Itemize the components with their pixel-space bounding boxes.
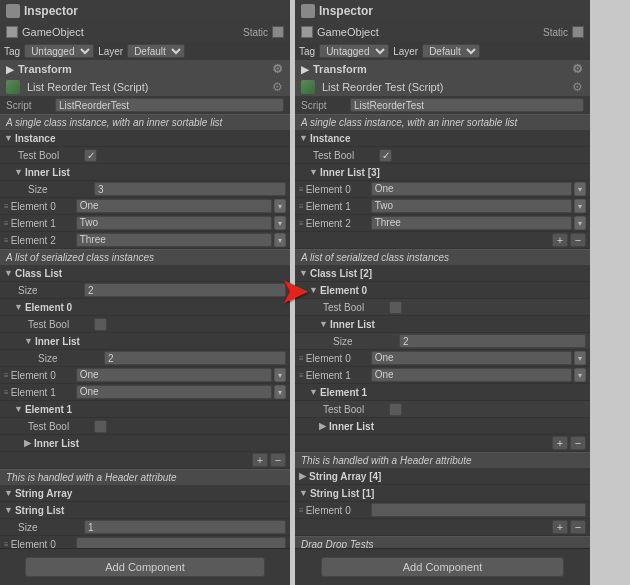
left-testbool-row: Test Bool [0, 147, 290, 164]
left-gameobject-row: GameObject Static [0, 22, 290, 42]
right-class-elem1-foldout[interactable]: ▼ Element 1 [295, 384, 590, 401]
right-class-elem1-innerlist-arrow: ▶ [319, 421, 327, 431]
left-gear-icon[interactable]: ⚙ [270, 62, 284, 76]
right-tag-dropdown[interactable]: Untagged [319, 44, 389, 58]
left-class-elem1-testbool-check[interactable] [94, 420, 107, 433]
left-class-elem0-testbool-check[interactable] [94, 318, 107, 331]
left-inspector-title: Inspector [24, 4, 78, 18]
right-innerlist-remove-btn[interactable]: − [570, 233, 586, 247]
left-stringlist-foldout[interactable]: ▼ String List [0, 502, 290, 519]
right-class-elem0-innerlist-foldout[interactable]: ▼ Inner List [295, 316, 590, 333]
right-class-elem0-inner0-handle: ≡ [299, 354, 303, 363]
right-classlist-foldout[interactable]: ▼ Class List [2] [295, 265, 590, 282]
right-instance-foldout[interactable]: ▼ Instance [295, 130, 590, 147]
left-size-value[interactable] [94, 182, 286, 196]
right-testbool-checkbox[interactable] [379, 149, 392, 162]
left-class-elem1-arrow: ▼ [14, 404, 23, 414]
right-classlist-remove-btn[interactable]: − [570, 436, 586, 450]
left-inspector-panel: Inspector GameObject Static Tag Untagged… [0, 0, 290, 585]
left-instance-foldout[interactable]: ▼ Instance [0, 130, 290, 147]
left-classlist-remove-btn[interactable]: − [270, 453, 286, 467]
right-stringlist-elem0-value[interactable] [371, 503, 586, 517]
right-elem1-right[interactable]: ▾ [574, 199, 586, 213]
right-elem0-right[interactable]: ▾ [574, 182, 586, 196]
right-script-row: Script ListReorderTest [295, 96, 590, 114]
left-class-elem1-foldout[interactable]: ▼ Element 1 [0, 401, 290, 418]
right-static-checkbox[interactable] [572, 26, 584, 38]
left-class-elem0-inner1-right[interactable]: ▾ [274, 385, 286, 399]
left-class-elem0-inner0-row: ≡ Element 0 One ▾ [0, 367, 290, 384]
left-stringlist-elem0-row: ≡ Element 0 [0, 536, 290, 548]
left-stringlist-size-label: Size [14, 522, 84, 533]
left-class-elem0-innersize-value[interactable] [104, 351, 286, 365]
left-desc1: A single class instance, with an inner s… [0, 114, 290, 130]
right-class-elem0-inner1-right[interactable]: ▾ [574, 368, 586, 382]
left-tag-label: Tag [4, 46, 20, 57]
right-layer-dropdown[interactable]: Default [422, 44, 480, 58]
right-bottom-bar: Add Component [295, 548, 590, 585]
left-elem2-label: Element 2 [11, 235, 76, 246]
left-classlist-foldout[interactable]: ▼ Class List [0, 265, 290, 282]
right-elem2-right[interactable]: ▾ [574, 216, 586, 230]
right-class-elem1-innerlist-foldout[interactable]: ▶ Inner List [295, 418, 590, 435]
right-inspector-icon [301, 4, 315, 18]
left-elem2-right[interactable]: ▾ [274, 233, 286, 247]
left-stringlist-elem0-label: Element 0 [11, 539, 76, 549]
right-class-elem1-testbool-check[interactable] [389, 403, 402, 416]
left-component-icon [6, 80, 20, 94]
right-stringlist-elem0-handle: ≡ [299, 506, 303, 515]
right-innerlist-add-btn[interactable]: + [552, 233, 568, 247]
left-static-checkbox[interactable] [272, 26, 284, 38]
right-static-label: Static [543, 27, 568, 38]
right-stringarray-foldout[interactable]: ▶ String Array [4] [295, 468, 590, 485]
right-stringlist-remove-btn[interactable]: − [570, 520, 586, 534]
left-class-elem0-foldout[interactable]: ▼ Element 0 [0, 299, 290, 316]
right-class-elem0-innerlist-arrow: ▼ [319, 319, 328, 329]
right-instance-arrow: ▼ [299, 133, 308, 143]
right-innerlist-foldout[interactable]: ▼ Inner List [3] [295, 164, 590, 181]
left-classlist-size-value[interactable] [84, 283, 286, 297]
left-tag-dropdown[interactable]: Untagged [24, 44, 94, 58]
right-stringlist-label: String List [1] [310, 488, 374, 499]
left-stringlist-size-value[interactable] [84, 520, 286, 534]
right-class-elem0-innersize-value[interactable] [399, 334, 586, 348]
right-class-elem0-testbool-check[interactable] [389, 301, 402, 314]
right-component-icon [301, 80, 315, 94]
left-add-component-btn[interactable]: Add Component [25, 557, 265, 577]
left-classlist-add-btn[interactable]: + [252, 453, 268, 467]
right-innerlist-arrow: ▼ [309, 167, 318, 177]
left-class-elem0-innerlist-foldout[interactable]: ▼ Inner List [0, 333, 290, 350]
left-class-elem0-inner1-value: One [76, 385, 272, 399]
left-elem1-right[interactable]: ▾ [274, 216, 286, 230]
left-gameobject-checkbox[interactable] [6, 26, 18, 38]
right-add-component-btn[interactable]: Add Component [321, 557, 565, 577]
right-class-elem0-foldout[interactable]: ▼ Element 0 [295, 282, 590, 299]
left-class-elem1-innerlist-foldout[interactable]: ▶ Inner List [0, 435, 290, 452]
right-class-elem0-innersize-row: Size [295, 333, 590, 350]
right-stringlist-add-btn[interactable]: + [552, 520, 568, 534]
left-testbool-checkbox[interactable] [84, 149, 97, 162]
right-class-elem1-label: Element 1 [320, 387, 367, 398]
left-class-elem0-inner0-right[interactable]: ▾ [274, 368, 286, 382]
left-innerlist-foldout[interactable]: ▼ Inner List [0, 164, 290, 181]
left-elem0-value: One [76, 199, 272, 213]
right-elem1-row: ≡ Element 1 Two ▾ [295, 198, 590, 215]
right-class-elem0-inner0-right[interactable]: ▾ [574, 351, 586, 365]
left-stringlist-elem0-value[interactable] [76, 537, 286, 548]
left-class-elem0-innerlist-arrow: ▼ [24, 336, 33, 346]
left-stringarray-foldout[interactable]: ▼ String Array [0, 485, 290, 502]
right-stringlist-foldout[interactable]: ▼ String List [1] [295, 485, 590, 502]
right-classlist-add-btn[interactable]: + [552, 436, 568, 450]
right-class-elem1-arrow: ▼ [309, 387, 318, 397]
right-elem1-label: Element 1 [306, 201, 371, 212]
right-gameobject-checkbox[interactable] [301, 26, 313, 38]
left-bottom-bar: Add Component [0, 548, 290, 585]
right-component-gear[interactable]: ⚙ [570, 80, 584, 94]
right-class-elem0-testbool-row: Test Bool [295, 299, 590, 316]
right-elem0-value: One [371, 182, 572, 196]
left-elem0-label: Element 0 [11, 201, 76, 212]
left-layer-dropdown[interactable]: Default [127, 44, 185, 58]
right-gear-icon[interactable]: ⚙ [570, 62, 584, 76]
left-component-gear[interactable]: ⚙ [270, 80, 284, 94]
left-elem0-right[interactable]: ▾ [274, 199, 286, 213]
